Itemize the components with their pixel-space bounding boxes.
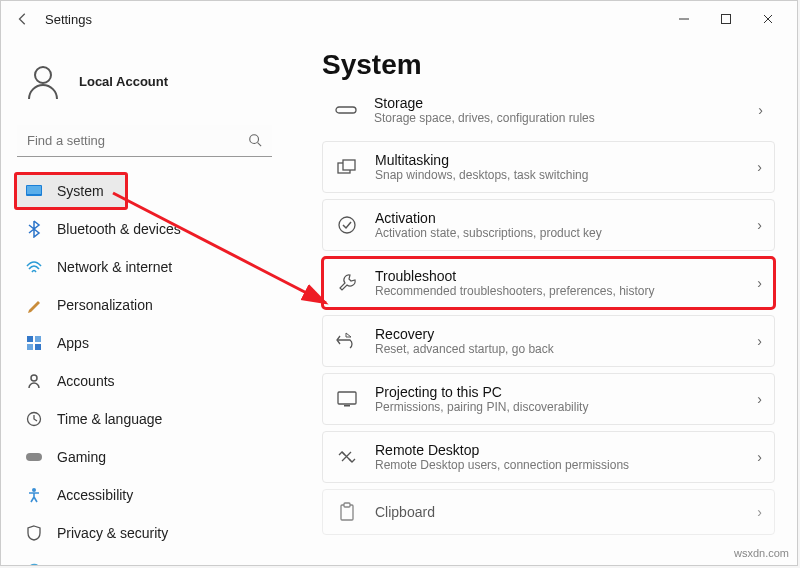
chevron-right-icon: ›	[757, 159, 762, 175]
svg-rect-19	[338, 392, 356, 404]
chevron-right-icon: ›	[758, 102, 763, 118]
recovery-icon	[335, 329, 359, 353]
sidebar-item-windows-update[interactable]: Windows Update	[15, 553, 274, 565]
chevron-right-icon: ›	[757, 449, 762, 465]
bluetooth-icon	[25, 220, 43, 238]
watermark: wsxdn.com	[734, 547, 789, 559]
multitasking-icon	[335, 155, 359, 179]
svg-rect-8	[35, 336, 41, 342]
activation-icon	[335, 213, 359, 237]
svg-rect-13	[26, 453, 42, 461]
svg-rect-6	[27, 186, 41, 194]
list-item-projecting[interactable]: Projecting to this PC Permissions, pairi…	[322, 373, 775, 425]
item-text: Recovery Reset, advanced startup, go bac…	[375, 326, 741, 356]
nav-label: Personalization	[57, 297, 153, 313]
list-item-remote-desktop[interactable]: Remote Desktop Remote Desktop users, con…	[322, 431, 775, 483]
item-text: Multitasking Snap windows, desktops, tas…	[375, 152, 741, 182]
list-item-multitasking[interactable]: Multitasking Snap windows, desktops, tas…	[322, 141, 775, 193]
settings-list: Storage Storage space, drives, configura…	[322, 85, 775, 535]
svg-point-3	[250, 135, 259, 144]
svg-rect-9	[27, 344, 33, 350]
nav-label: Accounts	[57, 373, 115, 389]
list-item-recovery[interactable]: Recovery Reset, advanced startup, go bac…	[322, 315, 775, 367]
item-text: Storage Storage space, drives, configura…	[374, 95, 742, 125]
item-text: Projecting to this PC Permissions, pairi…	[375, 384, 741, 414]
troubleshoot-icon	[335, 271, 359, 295]
sidebar-item-system[interactable]: System	[15, 173, 127, 209]
main-panel: System Storage Storage space, drives, co…	[286, 37, 797, 565]
privacy-icon	[25, 524, 43, 542]
storage-icon	[334, 98, 358, 122]
nav-label: Privacy & security	[57, 525, 168, 541]
projecting-icon	[335, 387, 359, 411]
svg-line-4	[258, 143, 262, 147]
sidebar-item-time-language[interactable]: Time & language	[15, 401, 274, 437]
list-item-activation[interactable]: Activation Activation state, subscriptio…	[322, 199, 775, 251]
search-input[interactable]	[17, 125, 272, 157]
item-text: Activation Activation state, subscriptio…	[375, 210, 741, 240]
network-icon	[25, 258, 43, 276]
sidebar-item-network[interactable]: Network & internet	[15, 249, 274, 285]
nav-label: Network & internet	[57, 259, 172, 275]
sidebar-item-privacy-security[interactable]: Privacy & security	[15, 515, 274, 551]
search-box[interactable]	[17, 125, 272, 157]
sidebar-item-bluetooth[interactable]: Bluetooth & devices	[15, 211, 274, 247]
nav-label: Apps	[57, 335, 89, 351]
sidebar-item-apps[interactable]: Apps	[15, 325, 274, 361]
svg-rect-15	[336, 107, 356, 113]
maximize-button[interactable]	[705, 5, 747, 33]
accounts-icon	[25, 372, 43, 390]
clipboard-icon	[335, 500, 359, 524]
item-text: Remote Desktop Remote Desktop users, con…	[375, 442, 741, 472]
account-name: Local Account	[79, 74, 168, 89]
chevron-right-icon: ›	[757, 217, 762, 233]
back-button[interactable]	[9, 5, 37, 33]
svg-point-11	[31, 375, 37, 381]
svg-rect-22	[344, 503, 350, 507]
sidebar: Local Account System Bluetooth & devices	[1, 37, 286, 565]
nav-list: System Bluetooth & devices Network & int…	[15, 173, 274, 565]
nav-label: System	[57, 183, 104, 199]
time-language-icon	[25, 410, 43, 428]
personalization-icon	[25, 296, 43, 314]
chevron-right-icon: ›	[757, 333, 762, 349]
chevron-right-icon: ›	[757, 391, 762, 407]
accessibility-icon	[25, 486, 43, 504]
gaming-icon	[25, 448, 43, 466]
system-icon	[25, 182, 43, 200]
close-button[interactable]	[747, 5, 789, 33]
settings-window: Settings Local Account	[0, 0, 798, 566]
item-text: Troubleshoot Recommended troubleshooters…	[375, 268, 741, 298]
svg-rect-20	[344, 405, 350, 407]
nav-label: Windows Update	[57, 563, 163, 565]
search-icon	[248, 133, 262, 147]
nav-label: Time & language	[57, 411, 162, 427]
page-title: System	[322, 49, 775, 81]
svg-point-14	[32, 488, 36, 492]
svg-point-18	[339, 217, 355, 233]
titlebar: Settings	[1, 1, 797, 37]
sidebar-item-personalization[interactable]: Personalization	[15, 287, 274, 323]
svg-rect-17	[343, 160, 355, 170]
remote-desktop-icon	[335, 445, 359, 469]
list-item-clipboard[interactable]: Clipboard ›	[322, 489, 775, 535]
nav-label: Gaming	[57, 449, 106, 465]
svg-rect-1	[722, 15, 731, 24]
sidebar-item-accounts[interactable]: Accounts	[15, 363, 274, 399]
content-area: Local Account System Bluetooth & devices	[1, 37, 797, 565]
windows-update-icon	[25, 562, 43, 565]
sidebar-item-gaming[interactable]: Gaming	[15, 439, 274, 475]
list-item-troubleshoot[interactable]: Troubleshoot Recommended troubleshooters…	[322, 257, 775, 309]
chevron-right-icon: ›	[757, 275, 762, 291]
apps-icon	[25, 334, 43, 352]
item-text: Clipboard	[375, 504, 741, 520]
nav-label: Accessibility	[57, 487, 133, 503]
list-item-storage[interactable]: Storage Storage space, drives, configura…	[322, 85, 775, 135]
window-title: Settings	[45, 12, 92, 27]
window-controls	[663, 5, 789, 33]
account-section[interactable]: Local Account	[15, 45, 274, 121]
svg-point-2	[35, 67, 51, 83]
svg-rect-7	[27, 336, 33, 342]
sidebar-item-accessibility[interactable]: Accessibility	[15, 477, 274, 513]
minimize-button[interactable]	[663, 5, 705, 33]
